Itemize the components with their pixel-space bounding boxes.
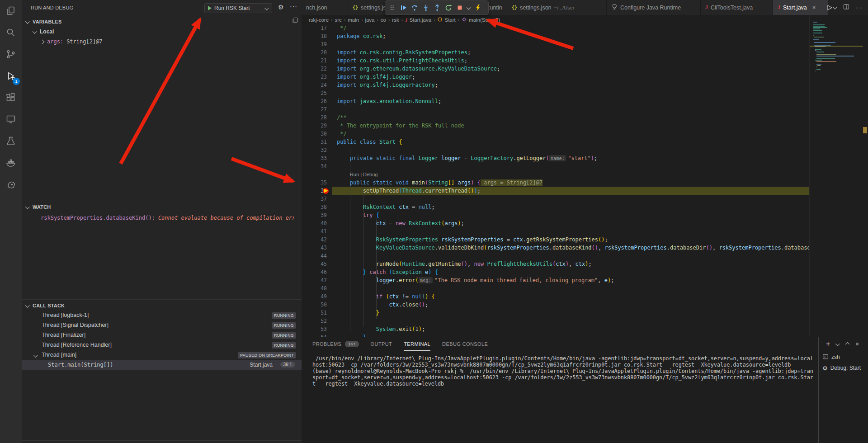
line-number[interactable]: 30 (302, 130, 327, 138)
breadcrumb-item[interactable]: rsk (392, 17, 399, 23)
continue-icon[interactable] (398, 3, 408, 13)
line-number[interactable]: 35 (302, 179, 327, 187)
line-number[interactable]: 28 (302, 113, 327, 122)
line-number[interactable]: 49 (302, 292, 327, 301)
line-number[interactable]: 48 (302, 284, 327, 292)
breadcrumb[interactable]: rskj-core›src›main›java›co›rsk›JStart.ja… (309, 15, 500, 25)
line-number[interactable]: 24 (302, 81, 327, 89)
gradle-icon[interactable] (0, 174, 22, 195)
line-number[interactable]: 34 (302, 162, 327, 170)
breadcrumb-item[interactable]: java (365, 17, 374, 23)
watch-expression-row[interactable]: rskSystemProperties.databaseKind(): Cann… (41, 213, 294, 223)
line-number[interactable]: 25 (302, 89, 327, 97)
line-number[interactable]: 23 (302, 73, 327, 81)
ellipsis-icon[interactable]: ··· (290, 2, 297, 9)
line-number[interactable]: 33 (302, 154, 327, 162)
tab-settings-json[interactable]: {}settings.json~/.../User (507, 0, 607, 15)
line-number[interactable]: 29 (302, 122, 327, 130)
breadcrumb-item[interactable]: Start (437, 17, 455, 23)
line-number[interactable]: 26 (302, 97, 327, 105)
panel-tab-problems[interactable]: PROBLEMS1K+ (312, 337, 359, 351)
line-number[interactable]: 44 (302, 252, 327, 260)
testing-icon[interactable] (0, 130, 22, 152)
line-number[interactable]: 45 (302, 260, 327, 268)
breadcrumb-item[interactable]: co (381, 17, 386, 23)
tab-configure-java-runtime[interactable]: Configure Java Runtime (607, 0, 701, 15)
extensions-icon[interactable] (0, 87, 22, 108)
call-stack-thread-row[interactable]: Thread [logback-1]RUNNING (22, 311, 302, 320)
terminal-output[interactable]: /usr/bin/env /Library/Internet\ Plug-Ins… (312, 355, 813, 387)
line-number[interactable]: 22 (302, 65, 327, 73)
source-control-icon[interactable] (0, 43, 22, 65)
tab-clitoolstest-java[interactable]: JCliToolsTest.java (701, 0, 773, 15)
new-terminal-icon[interactable]: + (826, 340, 830, 348)
tab-start-java[interactable]: JStart.java× (773, 0, 828, 15)
stop-icon[interactable] (455, 3, 465, 13)
line-number[interactable]: 40 (302, 219, 327, 227)
line-number[interactable]: 32 (302, 146, 327, 154)
line-number[interactable]: 46 (302, 268, 327, 276)
search-icon[interactable] (0, 22, 22, 43)
more-actions-icon[interactable]: ··· (856, 5, 863, 11)
breadcrumb-item[interactable]: src (335, 17, 341, 23)
code-editor[interactable]: 1718192021222324252627282930313233343536… (302, 25, 809, 337)
line-number[interactable]: 20 (302, 48, 327, 57)
call-stack-thread-row[interactable]: Thread [Finalizer]RUNNING (22, 330, 302, 340)
line-number[interactable]: 17 (302, 25, 327, 32)
variable-row-args[interactable]: args: String[2]@7 (41, 37, 103, 47)
line-number[interactable]: 43 (302, 244, 327, 252)
panel-tab-output[interactable]: OUTPUT (371, 337, 392, 351)
maximize-panel-icon[interactable] (845, 342, 850, 346)
variables-scope-local[interactable]: Local (33, 27, 54, 37)
step-over-icon[interactable] (410, 3, 420, 13)
drag-grip-icon[interactable] (387, 3, 397, 13)
call-stack-section-header[interactable]: CALL STACK (26, 301, 65, 311)
breadcrumb-item[interactable]: JStart.java (405, 17, 431, 23)
editor-group-icon[interactable] (292, 17, 299, 25)
line-number[interactable]: 38 (302, 203, 327, 211)
watch-section-header[interactable]: WATCH (26, 202, 51, 212)
line-number[interactable]: 50 (302, 301, 327, 309)
line-number[interactable]: 31 (302, 138, 327, 146)
close-panel-icon[interactable]: × (855, 340, 859, 348)
breadcrumb-item[interactable]: main (348, 17, 359, 23)
editor-scrollbar[interactable] (863, 15, 868, 337)
hot-code-replace-icon[interactable] (473, 3, 483, 13)
terminal-list-item-debug-start[interactable]: ⚙Debug: Start (819, 363, 868, 373)
line-number[interactable]: 52 (302, 317, 327, 325)
line-number[interactable]: 37 (302, 195, 327, 203)
codelens-run-debug[interactable]: Run | Debug (337, 170, 377, 179)
chevron-down-icon[interactable] (835, 341, 840, 346)
split-editor-icon[interactable] (843, 3, 850, 12)
line-number[interactable]: 21 (302, 57, 327, 65)
tab-nch-json[interactable]: nch.json (302, 0, 348, 15)
close-icon[interactable]: × (812, 4, 816, 11)
files-icon[interactable] (0, 0, 22, 22)
breadcrumb-item[interactable]: main(String[]) (462, 17, 500, 23)
step-out-icon[interactable] (432, 3, 442, 13)
call-stack-thread-row[interactable]: Thread [main]PAUSED ON BREAKPOINT (22, 350, 302, 360)
run-config-dropdown[interactable]: Run RSK Start (204, 3, 272, 13)
terminal-list-item-zsh[interactable]: zsh (819, 352, 868, 363)
call-stack-thread-row[interactable]: Thread [Signal Dispatcher]RUNNING (22, 320, 302, 330)
stack-frame-row[interactable]: Start.main(String[]) Start.java 36:1 (22, 360, 302, 370)
minimap[interactable] (809, 15, 863, 337)
panel-tab-debug-console[interactable]: DEBUG CONSOLE (442, 337, 488, 351)
docker-icon[interactable] (0, 152, 22, 174)
line-number[interactable]: 42 (302, 236, 327, 244)
restart-icon[interactable] (443, 3, 453, 13)
panel-tab-terminal[interactable]: TERMINAL (404, 337, 430, 351)
step-into-icon[interactable] (421, 3, 431, 13)
line-number[interactable]: 18 (302, 32, 327, 40)
run-debug-icon[interactable]: 1 (0, 65, 22, 87)
remote-explorer-icon[interactable] (0, 108, 22, 130)
chevron-down-icon[interactable] (466, 3, 472, 13)
line-number[interactable]: 54 (302, 333, 327, 337)
line-number[interactable]: 47 (302, 276, 327, 284)
call-stack-thread-row[interactable]: Thread [Reference Handler]RUNNING (22, 340, 302, 350)
line-number[interactable]: 27 (302, 105, 327, 113)
line-number[interactable]: 41 (302, 227, 327, 236)
line-number[interactable]: 53 (302, 325, 327, 333)
line-number[interactable]: 19 (302, 40, 327, 48)
variables-section-header[interactable]: VARIABLES (26, 17, 62, 27)
